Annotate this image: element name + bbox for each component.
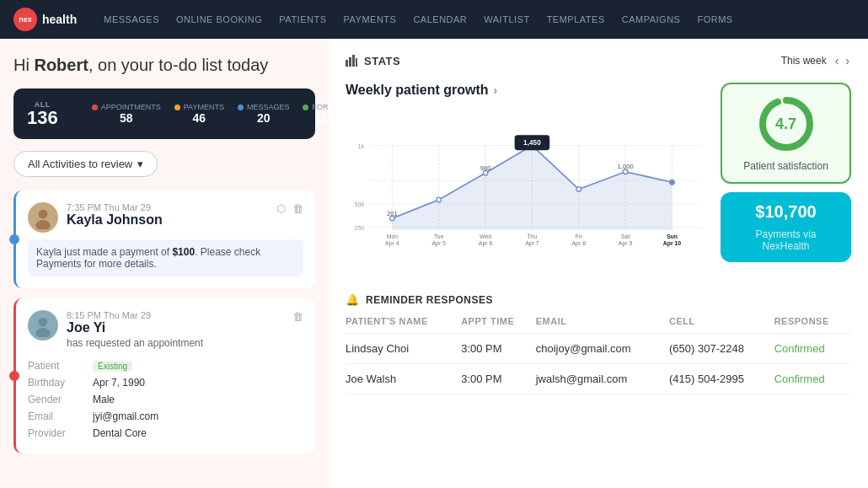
svg-text:980: 980 (480, 164, 491, 172)
stat-item-payments: Payments 46 (174, 103, 224, 125)
svg-point-1 (35, 220, 50, 229)
svg-text:Tue: Tue (434, 233, 444, 239)
col-email: Email (536, 316, 669, 334)
svg-text:Apr 9: Apr 9 (619, 240, 633, 247)
svg-text:Sat: Sat (621, 233, 630, 239)
stats-header: STATS This week ‹ › (346, 52, 851, 69)
chevron-right-icon: › (494, 83, 498, 97)
svg-text:Apr 10: Apr 10 (663, 240, 682, 247)
main-layout: Hi Robert, on your to-do list today ALL … (0, 39, 868, 488)
svg-text:1k: 1k (358, 143, 365, 149)
svg-text:500: 500 (355, 201, 365, 207)
nav-link-payments[interactable]: Payments (344, 14, 397, 24)
svg-text:201: 201 (387, 210, 398, 217)
svg-text:Mon: Mon (387, 233, 399, 239)
next-week-button[interactable]: › (844, 52, 851, 69)
col-cell: Cell (669, 316, 774, 334)
card-action-joe: has requested an appointment (67, 337, 284, 349)
svg-point-0 (39, 210, 48, 219)
greeting: Hi Robert, on your to-do list today (13, 56, 315, 75)
satisfaction-label: Patient satisfaction (743, 160, 828, 172)
svg-text:Sun: Sun (667, 233, 678, 239)
week-nav: ‹ › (833, 52, 851, 69)
prev-week-button[interactable]: ‹ (833, 52, 841, 69)
stats-bar: ALL 136 Appointments 58 Payments 46 Mess… (13, 88, 315, 139)
avatar-joe (28, 310, 58, 341)
card-info-kayla: 7:35 PM Thu Mar 29 Kayla Johnson (67, 202, 268, 228)
brand-name: health (42, 13, 77, 26)
reminder-title: Reminder Responses (366, 294, 493, 306)
stats-items: Appointments 58 Payments 46 Messages 20 … (92, 103, 329, 125)
trash-icon-joe[interactable]: 🗑 (292, 310, 303, 323)
svg-text:1,000: 1,000 (618, 163, 634, 170)
reminder-table: Patient's Name Appt Time Email Cell Resp… (346, 316, 851, 394)
all-number: 136 (27, 109, 58, 127)
trash-icon[interactable]: 🗑 (292, 202, 303, 215)
reminder-header: 🔔 Reminder Responses (346, 293, 851, 306)
card-info-joe: 8:15 PM Thu Mar 29 Joe Yi has requested … (67, 310, 284, 349)
bell-icon: 🔔 (346, 293, 359, 306)
table-row: Joe Walsh 3:00 PM jwalsh@gmail.com (415)… (346, 364, 851, 394)
card-name-kayla: Kayla Johnson (67, 212, 268, 228)
stats-section-title: STATS (364, 55, 400, 67)
payments-card: $10,700 Payments via NexHealth (721, 192, 851, 262)
stat-item-messages: Messages 20 (238, 103, 290, 125)
payment-note: Kayla just made a payment of $100. Pleas… (28, 239, 303, 276)
nav-link-campaigns[interactable]: Campaigns (622, 14, 681, 24)
table-row: Lindsay Choi 3:00 PM choijoy@gmail.com (… (346, 334, 851, 364)
col-appt-time: Appt Time (461, 316, 536, 334)
side-cards: 4.7 Patient satisfaction $10,700 Payment… (721, 83, 851, 262)
nav-link-templates[interactable]: Templates (547, 14, 605, 24)
satisfaction-card: 4.7 Patient satisfaction (721, 83, 851, 184)
external-link-icon[interactable]: ⬡ (276, 202, 286, 215)
nav-link-waitlist[interactable]: Waitlist (484, 14, 529, 24)
svg-rect-6 (352, 55, 355, 67)
svg-text:1,450: 1,450 (523, 138, 541, 147)
nav-links: MessagesOnline BookingPatientsPaymentsCa… (104, 14, 732, 24)
nav-link-forms[interactable]: Forms (697, 14, 732, 24)
left-panel: Hi Robert, on your to-do list today ALL … (0, 39, 329, 488)
nav-link-messages[interactable]: Messages (104, 14, 159, 24)
stat-item-forms: Forms 12 (303, 103, 329, 125)
activity-card-joe: 8:15 PM Thu Mar 29 Joe Yi has requested … (13, 298, 315, 453)
this-week-label: This week (781, 55, 827, 67)
svg-rect-4 (346, 60, 348, 67)
greeting-suffix: , on your to-do list today (88, 56, 268, 74)
svg-point-28 (670, 180, 675, 185)
filter-button[interactable]: All Activities to review ▾ (13, 151, 158, 177)
svg-text:Apr 4: Apr 4 (385, 240, 399, 247)
nav-link-calendar[interactable]: Calendar (413, 14, 467, 24)
navbar: nex health MessagesOnline BookingPatient… (0, 0, 868, 39)
svg-text:Apr 8: Apr 8 (572, 240, 587, 247)
svg-text:Wed: Wed (480, 233, 491, 239)
filter-label: All Activities to review (28, 158, 132, 170)
svg-text:250: 250 (355, 225, 365, 231)
top-row: Weekly patient growth › (346, 83, 851, 276)
svg-point-23 (437, 197, 442, 202)
right-panel: STATS This week ‹ › Weekly patient growt… (329, 39, 868, 488)
svg-rect-7 (356, 58, 357, 67)
chart-wrap: 250 500 1k (346, 108, 707, 276)
card-icons-kayla: ⬡ 🗑 (276, 202, 303, 215)
nav-link-patients[interactable]: Patients (279, 14, 326, 24)
reminder-section: 🔔 Reminder Responses Patient's Name Appt… (346, 293, 851, 394)
svg-point-3 (35, 328, 50, 337)
svg-text:Thu: Thu (527, 233, 537, 239)
card-name-joe: Joe Yi (67, 320, 284, 335)
svg-rect-5 (349, 57, 351, 67)
payment-amount: $10,700 (755, 202, 816, 222)
this-week-bar: This week ‹ › (781, 52, 851, 69)
svg-point-26 (576, 187, 581, 192)
col-patient-name: Patient's Name (346, 316, 461, 334)
nav-link-online-booking[interactable]: Online Booking (176, 14, 262, 24)
chevron-down-icon: ▾ (137, 158, 143, 170)
activity-card-kayla: 7:35 PM Thu Mar 29 Kayla Johnson ⬡ 🗑 Kay… (13, 190, 315, 288)
payments-card-label: Payments via NexHealth (731, 228, 841, 252)
greeting-name: Robert (34, 56, 88, 74)
logo-icon: nex (13, 8, 37, 31)
card-icons-joe: 🗑 (292, 310, 303, 323)
col-response: Response (774, 316, 851, 334)
avatar-kayla (28, 202, 58, 233)
chart-title: Weekly patient growth › (346, 83, 707, 98)
card-time-kayla: 7:35 PM Thu Mar 29 (67, 202, 268, 212)
